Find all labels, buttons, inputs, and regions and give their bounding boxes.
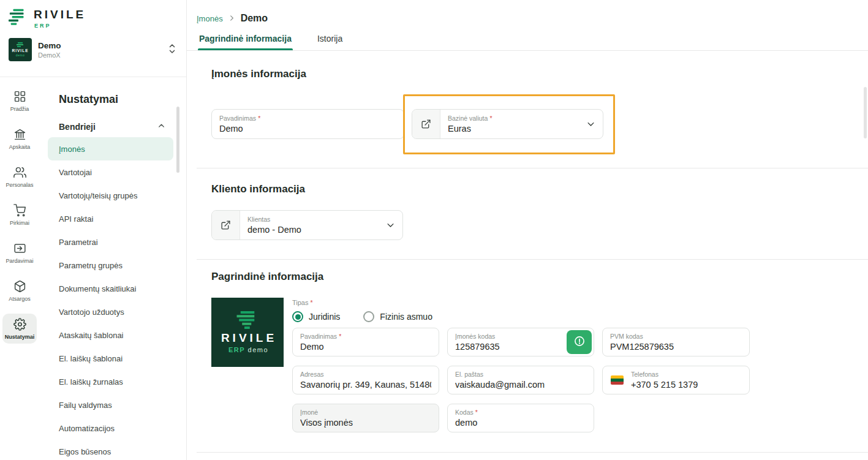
chevron-up-icon <box>157 121 165 132</box>
external-link-icon[interactable] <box>212 211 240 239</box>
sidebar-item-el-laisku-zurnalas[interactable]: El. laiškų žurnalas <box>48 370 173 393</box>
pavadinimas-input-2[interactable]: Pavadinimas* Demo <box>292 328 439 356</box>
grid-icon <box>13 90 26 103</box>
telefonas-input[interactable]: Telefonas +370 5 215 1379 <box>602 366 750 394</box>
klientas-select[interactable]: Klientas demo - Demo <box>211 210 403 240</box>
external-link-icon[interactable] <box>412 110 440 138</box>
sidebar-item-eigos-busenos[interactable]: Eigos būsenos <box>48 440 173 460</box>
rail-item-pradzia[interactable]: Pradžia <box>2 86 37 116</box>
required-mark: * <box>475 409 478 417</box>
adresas-input[interactable]: Adresas Savanorių pr. 349, Kaunas, 51480 <box>292 366 439 394</box>
sales-icon <box>13 242 26 255</box>
settings-menu: Nustatymai Bendrieji Įmonės Vartotojai V… <box>39 77 186 460</box>
chevron-down-icon <box>378 211 402 239</box>
section-title-pagrindine-informacija: Pagrindinė informacija <box>211 271 868 283</box>
rail-item-nustatymai[interactable]: Nustatymai <box>2 314 37 344</box>
el-pastas-input[interactable]: El. paštas vaiskauda@gmail.com <box>447 366 594 394</box>
section-kliento-informacija: Kliento informacija Klientas demo - Demo <box>197 183 868 240</box>
tipas-label: Tipas* <box>292 299 750 306</box>
sidebar-item-el-laisku-sablonai[interactable]: El. laiškų šablonai <box>48 347 173 370</box>
required-mark: * <box>311 299 313 306</box>
sidebar-item-automatizacijos[interactable]: Automatizacijos <box>48 417 173 440</box>
bank-icon <box>13 128 26 141</box>
required-mark: * <box>489 115 492 123</box>
imone-input[interactable]: Įmonė Visos įmonės <box>292 404 439 432</box>
brand-name: RIVILE <box>34 9 86 20</box>
breadcrumb-parent-link[interactable]: Įmonės <box>197 14 223 23</box>
section-divider-3 <box>197 452 868 453</box>
logo-bars-icon <box>234 311 261 330</box>
pvm-kodas-input[interactable]: PVM kodas PVM125879635 <box>602 328 750 356</box>
section-divider-2 <box>197 259 868 260</box>
section-divider-1 <box>197 168 868 168</box>
radio-fizinis-asmuo[interactable]: Fizinis asmuo <box>363 311 432 322</box>
tipas-radio-group: Juridinis Fizinis asmuo <box>292 311 750 322</box>
page-title: Demo <box>241 13 268 24</box>
sidebar-item-failu-valdymas[interactable]: Failų valdymas <box>48 393 173 417</box>
lithuania-flag-icon[interactable] <box>603 366 624 394</box>
radio-checked-icon <box>292 311 303 322</box>
main-info-form: Tipas* Juridinis Fizinis asmuo <box>292 298 750 432</box>
klientas-value: demo - Demo <box>247 225 371 235</box>
company-logo-text: RIVILE <box>12 48 29 53</box>
rail-item-pirkimai[interactable]: Pirkimai <box>2 200 37 230</box>
pavadinimas-input[interactable]: Pavadinimas* Demo <box>211 109 404 139</box>
unfold-more-icon[interactable] <box>168 43 176 57</box>
radio-juridinis[interactable]: Juridinis <box>292 311 340 322</box>
sidebar-item-vartotoju-teisiu-grupes[interactable]: Vartotojų/teisių grupės <box>48 184 173 207</box>
bazine-valiuta-highlight-wrap: Bazinė valiuta* Euras <box>412 109 603 139</box>
main-content: Įmonės Demo Pagrindinė informacija Istor… <box>187 0 868 460</box>
rail-item-pardavimai[interactable]: Pardavimai <box>2 238 37 268</box>
company-info-fields-row: Pavadinimas* Demo <box>211 109 868 139</box>
main-info-grid: Pavadinimas* Demo Įmonės kodas 125879635 <box>292 328 750 432</box>
company-logo-image: RIVILE ERP demo <box>211 298 284 367</box>
sidebar-item-ataskaitu-sablonai[interactable]: Ataskaitų šablonai <box>48 323 173 347</box>
bazine-valiuta-select[interactable]: Bazinė valiuta* Euras <box>412 109 603 139</box>
sidebar-item-imones[interactable]: Įmonės <box>48 137 173 160</box>
sidebar-scrollbar-thumb[interactable] <box>176 107 179 173</box>
tabs-divider <box>187 50 868 51</box>
sidebar-item-parametrai[interactable]: Parametrai <box>48 230 173 254</box>
icon-rail: Pradžia Apskaita <box>0 77 39 460</box>
kodas-input[interactable]: Kodas* demo <box>447 404 594 432</box>
pavadinimas-value: Demo <box>219 124 396 134</box>
rail-item-apskaita[interactable]: Apskaita <box>2 124 37 154</box>
main-scrollbar-thumb[interactable] <box>864 87 867 138</box>
sidebar-item-api-raktai[interactable]: API raktai <box>48 207 173 230</box>
menu-group-bendrieji[interactable]: Bendrieji <box>59 121 165 132</box>
menu-title: Nustatymai <box>59 93 180 106</box>
logo-name: RIVILE <box>221 332 277 344</box>
grid-empty-cell <box>602 404 750 432</box>
cart-icon <box>13 204 26 217</box>
logo-subtitle: ERP demo <box>228 346 268 353</box>
company-logo: RIVILE demo <box>9 38 32 61</box>
section-pagrindine-informacija: Pagrindinė informacija RIVILE ERP demo <box>197 271 868 432</box>
company-code: DemoX <box>38 51 162 59</box>
sidebar-item-parametru-grupes[interactable]: Parametrų grupės <box>48 254 173 277</box>
registry-lookup-button[interactable] <box>567 330 592 354</box>
radio-unchecked-icon <box>363 311 374 322</box>
bazine-valiuta-label: Bazinė valiuta* <box>448 115 571 123</box>
menu-list: Įmonės Vartotojai Vartotojų/teisių grupė… <box>48 137 180 460</box>
imones-kodas-input[interactable]: Įmonės kodas 125879635 <box>447 328 594 356</box>
people-icon <box>13 166 26 179</box>
section-title-kliento-informacija: Kliento informacija <box>211 183 868 195</box>
sidebar-item-vartotojo-uzduotys[interactable]: Vartotojo užduotys <box>48 300 173 323</box>
rail-item-atsargos[interactable]: Atsargos <box>2 276 37 306</box>
company-meta: Demo DemoX <box>38 41 162 59</box>
main-info-content: RIVILE ERP demo Tipas* Juridinis <box>211 298 868 432</box>
gear-icon <box>13 318 26 331</box>
tab-pagrindine-informacija[interactable]: Pagrindinė informacija <box>198 34 293 50</box>
section-imones-informacija: Įmonės informacija Pavadinimas* Demo <box>197 68 868 139</box>
info-circle-icon <box>573 335 586 349</box>
sidebar-item-vartotojai[interactable]: Vartotojai <box>48 160 173 184</box>
sidebar-item-dokumentu-skaitliukai[interactable]: Dokumentų skaitliukai <box>48 277 173 300</box>
tab-istorija[interactable]: Istorija <box>316 34 344 50</box>
sidebar: RIVILE ERP RIVILE demo Demo DemoX <box>0 0 187 460</box>
rail-item-personalas[interactable]: Personalas <box>2 162 37 192</box>
company-selector[interactable]: RIVILE demo Demo DemoX <box>7 37 180 62</box>
klientas-label: Klientas <box>247 216 371 224</box>
company-name: Demo <box>38 41 162 50</box>
required-mark: * <box>339 333 341 341</box>
tabs: Pagrindinė informacija Istorija <box>197 34 868 50</box>
